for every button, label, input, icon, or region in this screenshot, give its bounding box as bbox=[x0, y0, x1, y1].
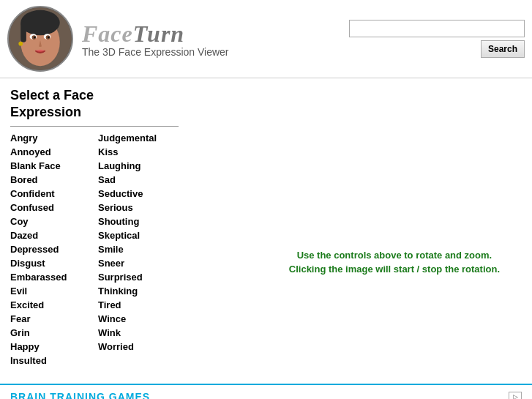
expression-item[interactable]: Confused bbox=[10, 201, 98, 215]
app-title-text: FaceTurn bbox=[82, 20, 184, 47]
expression-item[interactable]: Angry bbox=[10, 131, 98, 145]
expression-item[interactable]: Surprised bbox=[98, 270, 186, 284]
expression-item[interactable]: Annoyed bbox=[10, 145, 98, 159]
svg-point-2 bbox=[20, 10, 60, 35]
svg-rect-3 bbox=[20, 21, 26, 42]
expression-list: AngryAnnoyedBlank FaceBoredConfidentConf… bbox=[10, 131, 186, 368]
expression-item[interactable]: Judgemental bbox=[98, 131, 186, 145]
brain-training-label: BRAIN TRAINING GAMES bbox=[10, 391, 150, 399]
expression-item[interactable]: Happy bbox=[10, 340, 98, 354]
expression-item[interactable]: Shouting bbox=[98, 215, 186, 228]
expression-item[interactable]: Excited bbox=[10, 298, 98, 312]
expression-item[interactable]: Dazed bbox=[10, 228, 98, 242]
search-input[interactable] bbox=[349, 20, 525, 37]
expression-item[interactable]: Wink bbox=[98, 326, 186, 340]
expression-item[interactable]: Disgust bbox=[10, 256, 98, 270]
bottom-bar: BRAIN TRAINING GAMES ▷ bbox=[0, 384, 532, 399]
header: FaceTurn The 3D Face Expression Viewer S… bbox=[0, 0, 532, 78]
svg-point-9 bbox=[48, 37, 50, 39]
logo-text-area: FaceTurn The 3D Face Expression Viewer bbox=[82, 20, 349, 58]
svg-point-10 bbox=[18, 42, 23, 46]
expression-col2: JudgementalKissLaughingSadSeductiveSerio… bbox=[98, 131, 186, 368]
app-title: FaceTurn bbox=[82, 20, 349, 48]
expression-item[interactable]: Worried bbox=[98, 340, 186, 354]
hint-area: Use the controls above to rotate and zoo… bbox=[289, 248, 522, 277]
expression-item[interactable]: Smile bbox=[98, 242, 186, 256]
expression-item[interactable]: Evil bbox=[10, 284, 98, 298]
expression-item[interactable]: Depressed bbox=[10, 242, 98, 256]
expression-item[interactable]: Blank Face bbox=[10, 159, 98, 173]
expression-item[interactable]: Wince bbox=[98, 312, 186, 326]
logo-image bbox=[7, 6, 73, 72]
expression-item[interactable]: Laughing bbox=[98, 159, 186, 173]
expression-item[interactable]: Fear bbox=[10, 312, 98, 326]
expression-item[interactable]: Serious bbox=[98, 201, 186, 215]
expression-item[interactable]: Insulted bbox=[10, 354, 98, 368]
ad-icon[interactable]: ▷ bbox=[509, 392, 522, 399]
page-heading: Select a Face Expression bbox=[10, 87, 522, 122]
expression-item[interactable]: Embarassed bbox=[10, 270, 98, 284]
expression-item[interactable]: Kiss bbox=[98, 145, 186, 159]
expression-item[interactable]: Sneer bbox=[98, 256, 186, 270]
search-button[interactable]: Search bbox=[481, 40, 525, 58]
expression-item[interactable]: Confident bbox=[10, 187, 98, 201]
expression-col1: AngryAnnoyedBlank FaceBoredConfidentConf… bbox=[10, 131, 98, 368]
expression-item[interactable]: Tired bbox=[98, 298, 186, 312]
main-content: Select a Face Expression AngryAnnoyedBla… bbox=[0, 78, 532, 384]
expression-item[interactable]: Grin bbox=[10, 326, 98, 340]
expression-item[interactable]: Coy bbox=[10, 215, 98, 228]
hint-text: Use the controls above to rotate and zoo… bbox=[289, 248, 500, 277]
divider bbox=[10, 126, 179, 127]
expression-item[interactable]: Sad bbox=[98, 173, 186, 187]
expression-item[interactable]: Skeptical bbox=[98, 228, 186, 242]
expression-item[interactable]: Thinking bbox=[98, 284, 186, 298]
expression-item[interactable]: Seductive bbox=[98, 187, 186, 201]
search-area: Search bbox=[349, 20, 525, 58]
svg-point-8 bbox=[34, 37, 36, 39]
app-subtitle: The 3D Face Expression Viewer bbox=[82, 46, 349, 58]
expression-item[interactable]: Bored bbox=[10, 173, 98, 187]
